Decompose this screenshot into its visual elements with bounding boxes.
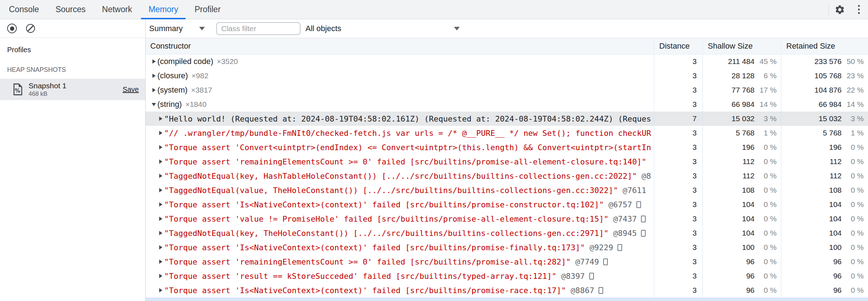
grid-row-string[interactable]: "Torque assert 'result == kStoreSucceded… [146, 269, 868, 283]
constructor-cell: "Torque assert 'remainingElementsCount >… [146, 255, 654, 269]
tab-console[interactable]: Console [1, 0, 47, 19]
retained-size-cell: 1040 % [781, 197, 868, 212]
grid-row-category[interactable]: (closure)×982328 1286 %105 76823 % [146, 69, 868, 83]
grid-row-string[interactable]: "Hello world! (Requested at: 2024-08-19T… [146, 112, 868, 126]
grid-row-string[interactable]: "Torque assert 'Convert<uintptr>(endInde… [146, 140, 868, 154]
tab-sources[interactable]: Sources [47, 0, 94, 19]
shallow-size-cell-value: 211 484 [708, 57, 755, 66]
retained-size-cell-percent: 0 % [842, 200, 864, 209]
disclosure-triangle-collapsed-icon[interactable] [157, 288, 164, 292]
constructor-cell: "TaggedNotEqual(value, TheHoleConstant()… [146, 183, 654, 197]
grid-row-category[interactable]: (string)×1840366 98414 %66 98414 % [146, 97, 868, 112]
disclosure-triangle-collapsed-icon[interactable] [157, 245, 164, 250]
heap-snapshots-section-label: HEAP SNAPSHOTS [0, 66, 145, 74]
distance-cell: 3 [654, 183, 702, 197]
grid-row-string[interactable]: "TaggedNotEqual(key, TheHoleConstant()) … [146, 226, 868, 240]
distance-cell-value: 3 [659, 229, 697, 237]
retained-size-cell-percent: 0 % [842, 172, 864, 180]
heap-snapshot-grid: Constructor Distance Shallow Size Retain… [146, 38, 868, 301]
distance-cell-value: 3 [659, 86, 697, 94]
disclosure-triangle-expanded-icon[interactable] [150, 103, 157, 106]
grid-row-string[interactable]: "Torque assert 'value != PromiseHole' fa… [146, 212, 868, 226]
disclosure-triangle-collapsed-icon[interactable] [150, 59, 157, 64]
clear-profiles-icon[interactable] [26, 24, 35, 33]
shallow-size-cell-value: 100 [708, 243, 755, 252]
grid-row-string[interactable]: "// .wrangler/tmp/bundle-FmNIt0/checked-… [146, 126, 868, 140]
grid-row-string[interactable]: "Torque assert 'remainingElementsCount >… [146, 154, 868, 169]
missing-glyph-box-icon [603, 258, 608, 265]
disclosure-triangle-collapsed-icon[interactable] [157, 159, 164, 164]
disclosure-triangle-collapsed-icon[interactable] [157, 131, 164, 135]
retained-size-cell-value: 104 [786, 229, 842, 237]
shallow-size-cell-value: 96 [708, 272, 755, 280]
retained-size-cell-percent: 1 % [842, 129, 864, 137]
shallow-size-cell: 1040 % [702, 212, 781, 226]
grid-row-category[interactable]: (compiled code)×35203211 48445 %233 5765… [146, 54, 868, 69]
object-scope-select[interactable]: All objects [306, 24, 460, 33]
distance-cell-value: 3 [659, 100, 697, 109]
shallow-size-cell-value: 96 [708, 257, 755, 266]
grid-row-string[interactable]: "TaggedNotEqual(value, TheHoleConstant()… [146, 183, 868, 197]
distance-cell-value: 3 [659, 157, 697, 166]
distance-cell-value: 3 [659, 286, 697, 295]
retained-size-cell-percent: 23 % [842, 71, 864, 80]
perspective-select[interactable]: Summary [149, 24, 205, 33]
object-id: @7749 [575, 257, 599, 266]
object-id: @7437 [613, 214, 637, 223]
disclosure-triangle-collapsed-icon[interactable] [150, 74, 157, 78]
distance-cell: 3 [654, 255, 702, 269]
distance-cell-value: 3 [659, 272, 697, 280]
distance-cell-value: 3 [659, 200, 697, 209]
tab-profiler[interactable]: Profiler [186, 0, 229, 19]
string-value: "Torque assert 'result == kStoreSucceded… [164, 272, 556, 281]
snapshot-list-item[interactable]: % Snapshot 1 468 kB Save [0, 79, 145, 100]
disclosure-triangle-collapsed-icon[interactable] [150, 88, 157, 92]
distance-cell: 3 [654, 126, 702, 140]
profiles-title: Profiles [0, 46, 145, 54]
object-id: @7611 [623, 186, 646, 195]
grid-row-string[interactable]: "Torque assert 'Is<NativeContext>(contex… [146, 283, 868, 297]
distance-cell-value: 3 [659, 243, 697, 252]
string-value: "Torque assert 'remainingElementsCount >… [164, 157, 646, 166]
disclosure-triangle-collapsed-icon[interactable] [157, 274, 164, 278]
disclosure-triangle-collapsed-icon[interactable] [157, 188, 164, 192]
column-header-constructor[interactable]: Constructor [146, 41, 654, 51]
retained-size-cell-value: 196 [786, 143, 842, 152]
record-heap-snapshot-icon[interactable] [7, 24, 17, 33]
retained-size-cell-percent: 0 % [842, 157, 864, 166]
distance-cell-value: 3 [659, 143, 697, 152]
tab-network[interactable]: Network [94, 0, 140, 19]
shallow-size-cell-value: 112 [708, 172, 755, 180]
grid-row-string[interactable]: "TaggedNotEqual(key, HashTableHoleConsta… [146, 169, 868, 183]
shallow-size-cell-value: 112 [708, 157, 755, 166]
disclosure-triangle-collapsed-icon[interactable] [157, 231, 164, 235]
disclosure-triangle-collapsed-icon[interactable] [157, 202, 164, 207]
retained-size-cell: 233 57650 % [781, 54, 868, 69]
column-header-shallow-size[interactable]: Shallow Size [702, 41, 781, 51]
disclosure-triangle-collapsed-icon[interactable] [157, 145, 164, 149]
column-header-distance[interactable]: Distance [654, 41, 702, 51]
grid-row-string[interactable]: "Torque assert 'Is<NativeContext>(contex… [146, 197, 868, 212]
kebab-menu-icon[interactable] [854, 4, 863, 15]
tab-memory[interactable]: Memory [140, 0, 186, 19]
disclosure-triangle-collapsed-icon[interactable] [157, 217, 164, 221]
grid-row-category[interactable]: (system)×3817377 76817 %104 87622 % [146, 83, 868, 97]
class-filter-input[interactable] [216, 22, 301, 35]
category-label: (system) [157, 85, 187, 95]
column-header-retained-size[interactable]: Retained Size [781, 41, 868, 51]
disclosure-triangle-collapsed-icon[interactable] [157, 117, 164, 121]
retained-size-cell-value: 112 [786, 172, 842, 180]
disclosure-triangle-collapsed-icon[interactable] [157, 174, 164, 178]
distance-cell-value: 3 [659, 129, 697, 137]
grid-row-string[interactable]: "Torque assert 'Is<NativeContext>(contex… [146, 240, 868, 255]
snapshot-name: Snapshot 1 [29, 81, 66, 90]
category-label: (closure) [157, 71, 188, 80]
constructor-cell: "TaggedNotEqual(key, HashTableHoleConsta… [146, 169, 654, 183]
distance-cell: 3 [654, 240, 702, 255]
retained-size-cell-value: 15 032 [786, 114, 842, 123]
retained-size-cell: 960 % [781, 255, 868, 269]
grid-row-string[interactable]: "Torque assert 'remainingElementsCount >… [146, 255, 868, 269]
gear-icon[interactable] [834, 4, 845, 15]
disclosure-triangle-collapsed-icon[interactable] [157, 260, 164, 264]
save-snapshot-link[interactable]: Save [122, 85, 139, 94]
